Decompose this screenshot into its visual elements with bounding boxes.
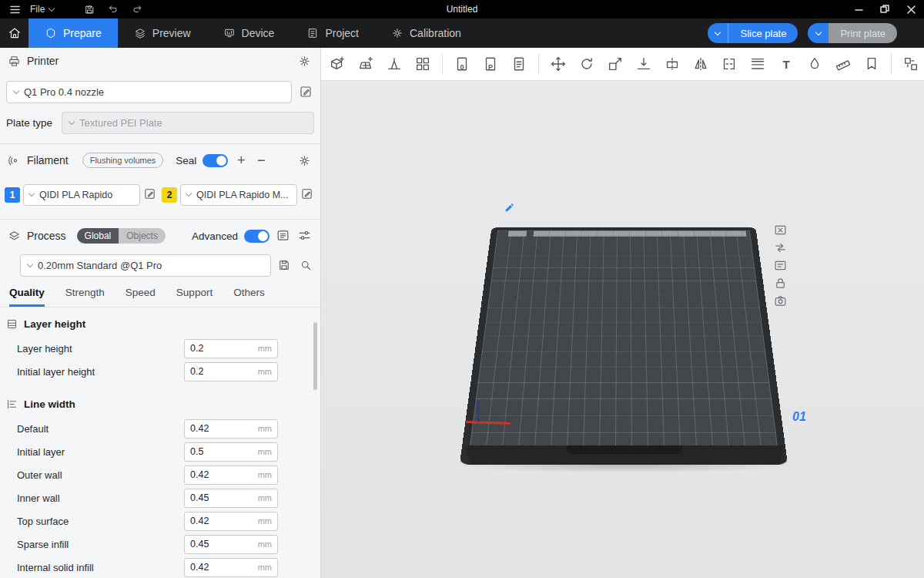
line-width-sparse-infill-input[interactable] bbox=[190, 539, 255, 549]
plate-frame bbox=[460, 227, 788, 465]
tab-project[interactable]: Project bbox=[290, 18, 375, 48]
line-width-top-surface-input[interactable] bbox=[190, 516, 255, 526]
close-button[interactable] bbox=[898, 0, 924, 18]
line-width-initial-layer-input[interactable] bbox=[190, 446, 255, 457]
shuffle-plate-icon[interactable] bbox=[772, 240, 788, 256]
redo-icon[interactable] bbox=[129, 2, 146, 16]
cut-icon[interactable] bbox=[663, 55, 681, 73]
initial-layer-height-input[interactable] bbox=[190, 366, 255, 377]
measure-icon[interactable] bbox=[834, 55, 852, 73]
printer-settings-gear-icon[interactable] bbox=[296, 52, 313, 69]
add-filament-button[interactable]: + bbox=[234, 153, 248, 167]
doc-p-icon[interactable]: P bbox=[481, 55, 500, 73]
delete-plate-icon[interactable] bbox=[772, 222, 788, 238]
seam-icon[interactable] bbox=[862, 55, 881, 73]
setting-row: Layer height mm bbox=[0, 337, 320, 360]
slice-plate-button[interactable]: Slice plate bbox=[728, 23, 798, 43]
print-plate-button[interactable]: Print plate bbox=[829, 23, 897, 43]
plate-number-label[interactable]: 01 bbox=[792, 410, 806, 424]
parameter-list-icon[interactable] bbox=[276, 228, 291, 244]
line-width-outer-wall-input[interactable] bbox=[190, 469, 255, 480]
filament-2-dropdown[interactable]: QIDI PLA Rapido M... bbox=[180, 184, 297, 206]
text-tool-icon[interactable]: T bbox=[777, 55, 795, 73]
doc-list-icon[interactable] bbox=[510, 55, 528, 73]
tab-others[interactable]: Others bbox=[233, 287, 265, 307]
advanced-toggle[interactable] bbox=[244, 230, 270, 243]
flushing-volumes-button[interactable]: Flushing volumes bbox=[82, 153, 164, 168]
text-tool-glyph: T bbox=[782, 58, 789, 71]
minimize-button[interactable] bbox=[845, 0, 872, 18]
move-icon[interactable] bbox=[549, 55, 567, 73]
filament-1-badge[interactable]: 1 bbox=[5, 187, 20, 203]
rotate-icon[interactable] bbox=[578, 55, 596, 73]
scene-3d[interactable]: 01 bbox=[321, 82, 924, 578]
tab-quality[interactable]: Quality bbox=[9, 287, 45, 307]
setting-input-box: mm bbox=[184, 339, 278, 358]
tab-speed[interactable]: Speed bbox=[126, 287, 156, 307]
add-object-icon[interactable] bbox=[328, 55, 346, 73]
plate-settings-icon[interactable] bbox=[772, 293, 788, 309]
home-button[interactable] bbox=[0, 18, 28, 48]
print-dropdown-button[interactable] bbox=[808, 23, 829, 43]
printer-section-title: Printer bbox=[27, 55, 59, 67]
variable-layer-height-icon[interactable] bbox=[748, 55, 767, 73]
setting-row: Internal solid infill mm bbox=[0, 556, 320, 578]
restore-button[interactable] bbox=[872, 0, 898, 18]
line-width-internal-solid-infill-input[interactable] bbox=[190, 562, 255, 573]
flatten-icon[interactable] bbox=[634, 55, 653, 73]
filament-settings-gear-icon[interactable] bbox=[296, 152, 313, 169]
tab-preview[interactable]: Preview bbox=[118, 18, 207, 48]
assembly-view-icon[interactable] bbox=[902, 55, 920, 73]
add-plate-icon[interactable] bbox=[357, 55, 375, 73]
save-preset-icon[interactable] bbox=[277, 258, 293, 274]
split-icon[interactable] bbox=[720, 55, 738, 73]
setting-label: Internal solid infill bbox=[17, 562, 184, 573]
scale-icon[interactable] bbox=[606, 55, 624, 73]
tab-prepare-label: Prepare bbox=[63, 27, 102, 39]
printer-preset-row: Q1 Pro 0.4 nozzle bbox=[0, 81, 320, 103]
edit-filament-1-icon[interactable] bbox=[143, 187, 159, 203]
tab-prepare[interactable]: Prepare bbox=[28, 18, 118, 48]
doc-zero-icon[interactable]: 0 bbox=[453, 55, 471, 73]
filament-1-dropdown[interactable]: QIDI PLA Rapido bbox=[23, 184, 140, 206]
layer-height-icon bbox=[6, 318, 18, 330]
hamburger-menu-icon[interactable] bbox=[6, 2, 23, 16]
file-menu[interactable]: File bbox=[30, 4, 54, 15]
lock-plate-icon[interactable] bbox=[772, 275, 788, 291]
plate-type-dropdown[interactable]: Textured PEI Plate bbox=[62, 112, 314, 134]
mirror-icon[interactable] bbox=[691, 55, 710, 73]
slice-dropdown-button[interactable] bbox=[708, 23, 728, 43]
save-icon[interactable] bbox=[81, 2, 98, 16]
tab-calibration[interactable]: Calibration bbox=[375, 18, 477, 48]
scope-objects-button[interactable]: Objects bbox=[119, 228, 166, 244]
viewport: 0 P bbox=[321, 48, 924, 578]
paint-icon[interactable] bbox=[805, 55, 824, 73]
auto-orient-icon[interactable] bbox=[385, 55, 403, 73]
arrange-icon[interactable] bbox=[413, 55, 432, 73]
edit-printer-icon[interactable] bbox=[299, 85, 314, 100]
layer-height-input[interactable] bbox=[190, 343, 255, 354]
sidebar-scrollbar[interactable] bbox=[313, 322, 317, 390]
tab-device[interactable]: Device bbox=[207, 18, 291, 48]
setting-row: Inner wall mm bbox=[0, 486, 320, 509]
printer-preset-dropdown[interactable]: Q1 Pro 0.4 nozzle bbox=[6, 81, 292, 103]
search-icon[interactable] bbox=[299, 258, 314, 274]
chevron-down-icon bbox=[49, 5, 55, 11]
process-preset-dropdown[interactable]: 0.20mm Standard @Q1 Pro bbox=[20, 254, 271, 277]
scope-global-button[interactable]: Global bbox=[77, 228, 119, 244]
main-tabbar: Prepare Preview Device Project Calibrati… bbox=[0, 18, 924, 48]
line-width-inner-wall-input[interactable] bbox=[190, 492, 255, 503]
undo-icon[interactable] bbox=[105, 2, 122, 16]
remove-filament-button[interactable]: − bbox=[254, 153, 268, 167]
tab-strength[interactable]: Strength bbox=[65, 287, 105, 307]
advanced-label: Advanced bbox=[192, 230, 238, 242]
tab-support[interactable]: Support bbox=[176, 287, 213, 307]
setting-input-box: mm bbox=[184, 362, 278, 381]
rename-plate-icon[interactable] bbox=[772, 257, 788, 274]
filament-2-badge[interactable]: 2 bbox=[162, 187, 177, 203]
line-width-default-input[interactable] bbox=[190, 423, 255, 434]
seal-toggle[interactable] bbox=[203, 154, 228, 167]
edit-plate-pencil-icon[interactable] bbox=[504, 202, 515, 213]
tune-icon[interactable] bbox=[297, 228, 313, 244]
edit-filament-2-icon[interactable] bbox=[300, 187, 316, 203]
